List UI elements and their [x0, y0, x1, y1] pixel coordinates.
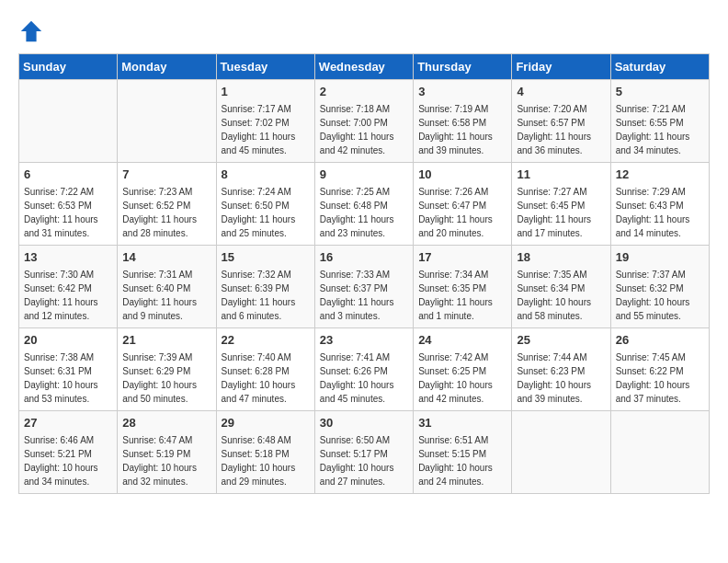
- calendar-cell: 5Sunrise: 7:21 AM Sunset: 6:55 PM Daylig…: [610, 80, 709, 163]
- calendar-cell: 15Sunrise: 7:32 AM Sunset: 6:39 PM Dayli…: [216, 246, 314, 328]
- calendar-week-2: 6Sunrise: 7:22 AM Sunset: 6:53 PM Daylig…: [19, 163, 710, 246]
- day-info: Sunrise: 7:32 AM Sunset: 6:39 PM Dayligh…: [222, 270, 296, 321]
- calendar-cell: 7Sunrise: 7:23 AM Sunset: 6:52 PM Daylig…: [118, 163, 216, 246]
- calendar-week-5: 27Sunrise: 6:46 AM Sunset: 5:21 PM Dayli…: [19, 411, 710, 494]
- day-info: Sunrise: 7:37 AM Sunset: 6:32 PM Dayligh…: [616, 270, 690, 321]
- day-info: Sunrise: 6:50 AM Sunset: 5:17 PM Dayligh…: [320, 435, 394, 487]
- day-number: 10: [418, 167, 506, 183]
- calendar-cell: 28Sunrise: 6:47 AM Sunset: 5:19 PM Dayli…: [118, 411, 216, 494]
- header-saturday: Saturday: [610, 54, 709, 80]
- day-info: Sunrise: 6:51 AM Sunset: 5:15 PM Dayligh…: [418, 435, 493, 487]
- day-number: 23: [320, 332, 408, 349]
- day-info: Sunrise: 7:29 AM Sunset: 6:43 PM Dayligh…: [616, 187, 690, 238]
- day-number: 5: [616, 84, 704, 100]
- day-info: Sunrise: 7:26 AM Sunset: 6:47 PM Dayligh…: [418, 187, 493, 238]
- day-number: 12: [616, 167, 704, 183]
- calendar-week-4: 20Sunrise: 7:38 AM Sunset: 6:31 PM Dayli…: [19, 328, 710, 411]
- day-info: Sunrise: 7:19 AM Sunset: 6:58 PM Dayligh…: [418, 104, 493, 155]
- calendar-cell: 21Sunrise: 7:39 AM Sunset: 6:29 PM Dayli…: [118, 328, 216, 411]
- calendar-cell: 1Sunrise: 7:17 AM Sunset: 7:02 PM Daylig…: [216, 80, 314, 163]
- calendar-cell: 2Sunrise: 7:18 AM Sunset: 7:00 PM Daylig…: [314, 80, 413, 163]
- day-info: Sunrise: 7:33 AM Sunset: 6:37 PM Dayligh…: [320, 270, 394, 321]
- calendar-cell: 16Sunrise: 7:33 AM Sunset: 6:37 PM Dayli…: [314, 246, 413, 328]
- day-info: Sunrise: 7:42 AM Sunset: 6:25 PM Dayligh…: [418, 352, 493, 404]
- header-thursday: Thursday: [414, 54, 512, 80]
- logo: [18, 18, 48, 44]
- day-number: 13: [24, 249, 112, 266]
- day-number: 29: [222, 415, 310, 431]
- calendar-cell: 20Sunrise: 7:38 AM Sunset: 6:31 PM Dayli…: [19, 328, 118, 411]
- day-info: Sunrise: 7:34 AM Sunset: 6:35 PM Dayligh…: [418, 270, 493, 321]
- calendar-week-1: 1Sunrise: 7:17 AM Sunset: 7:02 PM Daylig…: [19, 80, 710, 163]
- day-number: 28: [122, 415, 210, 431]
- calendar-cell: 19Sunrise: 7:37 AM Sunset: 6:32 PM Dayli…: [610, 246, 709, 328]
- header-monday: Monday: [118, 54, 216, 80]
- day-info: Sunrise: 7:25 AM Sunset: 6:48 PM Dayligh…: [320, 187, 394, 238]
- day-info: Sunrise: 7:18 AM Sunset: 7:00 PM Dayligh…: [320, 104, 394, 155]
- calendar-cell: 13Sunrise: 7:30 AM Sunset: 6:42 PM Dayli…: [19, 246, 118, 328]
- day-info: Sunrise: 7:40 AM Sunset: 6:28 PM Dayligh…: [222, 352, 296, 404]
- calendar-cell: 31Sunrise: 6:51 AM Sunset: 5:15 PM Dayli…: [414, 411, 512, 494]
- day-number: 7: [122, 167, 210, 183]
- calendar-cell: [610, 411, 709, 494]
- day-number: 3: [418, 84, 506, 100]
- logo-icon: [18, 18, 44, 44]
- calendar-cell: 27Sunrise: 6:46 AM Sunset: 5:21 PM Dayli…: [19, 411, 118, 494]
- day-info: Sunrise: 6:48 AM Sunset: 5:18 PM Dayligh…: [222, 435, 296, 487]
- day-info: Sunrise: 7:38 AM Sunset: 6:31 PM Dayligh…: [24, 352, 98, 404]
- calendar-cell: 25Sunrise: 7:44 AM Sunset: 6:23 PM Dayli…: [512, 328, 610, 411]
- day-info: Sunrise: 7:30 AM Sunset: 6:42 PM Dayligh…: [24, 270, 98, 321]
- day-info: Sunrise: 7:23 AM Sunset: 6:52 PM Dayligh…: [122, 187, 197, 238]
- day-number: 30: [320, 415, 408, 431]
- calendar-cell: 30Sunrise: 6:50 AM Sunset: 5:17 PM Dayli…: [314, 411, 413, 494]
- calendar-cell: 8Sunrise: 7:24 AM Sunset: 6:50 PM Daylig…: [216, 163, 314, 246]
- calendar-cell: 3Sunrise: 7:19 AM Sunset: 6:58 PM Daylig…: [414, 80, 512, 163]
- page-header: [18, 18, 710, 44]
- day-number: 24: [418, 332, 506, 349]
- header-friday: Friday: [512, 54, 610, 80]
- day-number: 25: [517, 332, 605, 349]
- calendar-cell: 4Sunrise: 7:20 AM Sunset: 6:57 PM Daylig…: [512, 80, 610, 163]
- calendar-cell: 9Sunrise: 7:25 AM Sunset: 6:48 PM Daylig…: [314, 163, 413, 246]
- day-info: Sunrise: 6:46 AM Sunset: 5:21 PM Dayligh…: [24, 435, 98, 487]
- day-number: 18: [517, 249, 605, 266]
- day-number: 16: [320, 249, 408, 266]
- day-number: 27: [24, 415, 112, 431]
- day-number: 1: [222, 84, 310, 100]
- day-number: 6: [24, 167, 112, 183]
- calendar-cell: 23Sunrise: 7:41 AM Sunset: 6:26 PM Dayli…: [314, 328, 413, 411]
- day-info: Sunrise: 7:31 AM Sunset: 6:40 PM Dayligh…: [122, 270, 197, 321]
- calendar-cell: 29Sunrise: 6:48 AM Sunset: 5:18 PM Dayli…: [216, 411, 314, 494]
- day-number: 26: [616, 332, 704, 349]
- day-number: 8: [222, 167, 310, 183]
- calendar-week-3: 13Sunrise: 7:30 AM Sunset: 6:42 PM Dayli…: [19, 246, 710, 328]
- day-info: Sunrise: 7:20 AM Sunset: 6:57 PM Dayligh…: [517, 104, 591, 155]
- calendar-cell: 24Sunrise: 7:42 AM Sunset: 6:25 PM Dayli…: [414, 328, 512, 411]
- day-info: Sunrise: 7:17 AM Sunset: 7:02 PM Dayligh…: [222, 104, 296, 155]
- calendar-cell: 12Sunrise: 7:29 AM Sunset: 6:43 PM Dayli…: [610, 163, 709, 246]
- header-wednesday: Wednesday: [314, 54, 413, 80]
- svg-marker-0: [21, 21, 41, 41]
- calendar-header-row: SundayMondayTuesdayWednesdayThursdayFrid…: [19, 54, 710, 80]
- calendar-table: SundayMondayTuesdayWednesdayThursdayFrid…: [18, 53, 710, 494]
- day-info: Sunrise: 7:24 AM Sunset: 6:50 PM Dayligh…: [222, 187, 296, 238]
- calendar-body: 1Sunrise: 7:17 AM Sunset: 7:02 PM Daylig…: [19, 80, 710, 494]
- day-info: Sunrise: 7:35 AM Sunset: 6:34 PM Dayligh…: [517, 270, 591, 321]
- calendar-cell: 14Sunrise: 7:31 AM Sunset: 6:40 PM Dayli…: [118, 246, 216, 328]
- calendar-cell: 26Sunrise: 7:45 AM Sunset: 6:22 PM Dayli…: [610, 328, 709, 411]
- day-number: 19: [616, 249, 704, 266]
- day-info: Sunrise: 7:41 AM Sunset: 6:26 PM Dayligh…: [320, 352, 394, 404]
- calendar-cell: 6Sunrise: 7:22 AM Sunset: 6:53 PM Daylig…: [19, 163, 118, 246]
- header-tuesday: Tuesday: [216, 54, 314, 80]
- header-sunday: Sunday: [19, 54, 118, 80]
- day-number: 2: [320, 84, 408, 100]
- day-number: 31: [418, 415, 506, 431]
- day-number: 15: [222, 249, 310, 266]
- calendar-cell: 17Sunrise: 7:34 AM Sunset: 6:35 PM Dayli…: [414, 246, 512, 328]
- calendar-cell: 22Sunrise: 7:40 AM Sunset: 6:28 PM Dayli…: [216, 328, 314, 411]
- calendar-cell: 10Sunrise: 7:26 AM Sunset: 6:47 PM Dayli…: [414, 163, 512, 246]
- day-number: 17: [418, 249, 506, 266]
- day-info: Sunrise: 7:45 AM Sunset: 6:22 PM Dayligh…: [616, 352, 690, 404]
- calendar-cell: 18Sunrise: 7:35 AM Sunset: 6:34 PM Dayli…: [512, 246, 610, 328]
- day-number: 20: [24, 332, 112, 349]
